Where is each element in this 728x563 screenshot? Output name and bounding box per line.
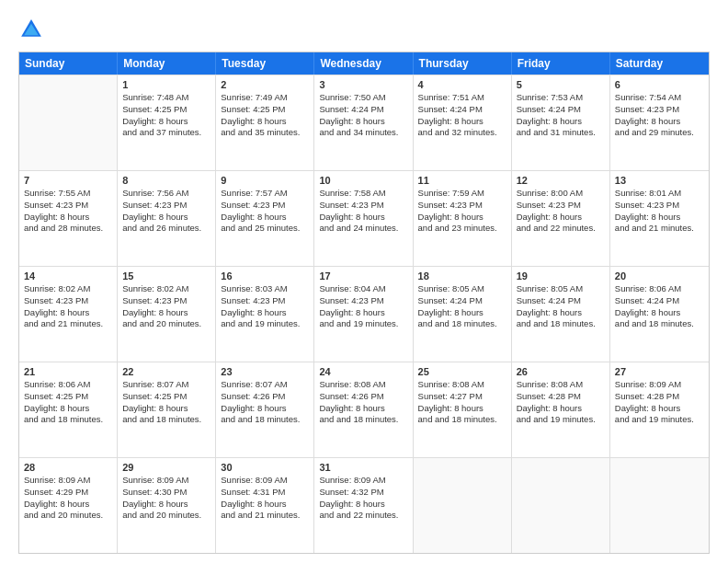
daylight-text-1: Daylight: 8 hours xyxy=(319,307,407,319)
daylight-text-2: and and 19 minutes. xyxy=(517,414,605,426)
sunrise-text: Sunrise: 8:06 AM xyxy=(24,379,112,391)
daylight-text-2: and and 21 minutes. xyxy=(615,223,704,235)
daylight-text-1: Daylight: 8 hours xyxy=(418,212,506,224)
daylight-text-2: and and 29 minutes. xyxy=(615,127,704,139)
header-day-wednesday: Wednesday xyxy=(314,52,413,75)
day-number: 8 xyxy=(122,175,210,186)
sunrise-text: Sunrise: 8:04 AM xyxy=(319,283,407,295)
daylight-text-2: and and 28 minutes. xyxy=(24,223,112,235)
daylight-text-1: Daylight: 8 hours xyxy=(221,116,309,128)
sunset-text: Sunset: 4:30 PM xyxy=(122,487,210,499)
day-number: 30 xyxy=(221,462,309,473)
sunrise-text: Sunrise: 8:09 AM xyxy=(319,475,407,487)
day-cell-19: 19Sunrise: 8:05 AMSunset: 4:24 PMDayligh… xyxy=(512,267,610,362)
sunset-text: Sunset: 4:23 PM xyxy=(24,295,112,307)
sunrise-text: Sunrise: 7:53 AM xyxy=(517,92,605,104)
sunrise-text: Sunrise: 7:57 AM xyxy=(221,188,309,200)
sunset-text: Sunset: 4:24 PM xyxy=(517,295,605,307)
daylight-text-2: and and 21 minutes. xyxy=(24,318,112,330)
day-number: 22 xyxy=(122,366,210,377)
daylight-text-1: Daylight: 8 hours xyxy=(517,116,605,128)
daylight-text-1: Daylight: 8 hours xyxy=(221,212,309,224)
sunrise-text: Sunrise: 8:09 AM xyxy=(221,475,309,487)
sunrise-text: Sunrise: 7:55 AM xyxy=(24,188,112,200)
daylight-text-1: Daylight: 8 hours xyxy=(517,212,605,224)
calendar-header: SundayMondayTuesdayWednesdayThursdayFrid… xyxy=(19,52,709,75)
sunrise-text: Sunrise: 8:01 AM xyxy=(615,188,704,200)
day-number: 13 xyxy=(615,175,704,186)
day-number: 6 xyxy=(615,79,704,90)
daylight-text-1: Daylight: 8 hours xyxy=(319,499,407,511)
daylight-text-2: and and 19 minutes. xyxy=(615,414,704,426)
page: SundayMondayTuesdayWednesdayThursdayFrid… xyxy=(0,0,728,563)
daylight-text-1: Daylight: 8 hours xyxy=(615,116,704,128)
daylight-text-1: Daylight: 8 hours xyxy=(122,116,210,128)
day-cell-21: 21Sunrise: 8:06 AMSunset: 4:25 PMDayligh… xyxy=(19,362,118,457)
daylight-text-2: and and 19 minutes. xyxy=(319,318,407,330)
day-cell-7: 7Sunrise: 7:55 AMSunset: 4:23 PMDaylight… xyxy=(19,171,118,266)
day-number: 23 xyxy=(221,366,309,377)
daylight-text-1: Daylight: 8 hours xyxy=(615,307,704,319)
sunrise-text: Sunrise: 8:08 AM xyxy=(517,379,605,391)
daylight-text-1: Daylight: 8 hours xyxy=(319,212,407,224)
daylight-text-1: Daylight: 8 hours xyxy=(122,499,210,511)
sunrise-text: Sunrise: 8:06 AM xyxy=(615,283,704,295)
sunrise-text: Sunrise: 8:09 AM xyxy=(24,475,112,487)
sunset-text: Sunset: 4:25 PM xyxy=(221,104,309,116)
daylight-text-1: Daylight: 8 hours xyxy=(122,403,210,415)
day-cell-12: 12Sunrise: 8:00 AMSunset: 4:23 PMDayligh… xyxy=(512,171,610,266)
day-number: 16 xyxy=(221,270,309,282)
day-cell-22: 22Sunrise: 8:07 AMSunset: 4:25 PMDayligh… xyxy=(118,362,216,457)
daylight-text-1: Daylight: 8 hours xyxy=(517,403,605,415)
day-cell-27: 27Sunrise: 8:09 AMSunset: 4:28 PMDayligh… xyxy=(610,362,709,457)
sunset-text: Sunset: 4:23 PM xyxy=(418,200,506,212)
day-number: 28 xyxy=(24,462,112,473)
sunrise-text: Sunrise: 8:07 AM xyxy=(221,379,309,391)
daylight-text-2: and and 26 minutes. xyxy=(122,223,210,235)
day-number: 15 xyxy=(122,270,210,282)
daylight-text-2: and and 18 minutes. xyxy=(221,414,309,426)
sunrise-text: Sunrise: 8:03 AM xyxy=(221,283,309,295)
daylight-text-1: Daylight: 8 hours xyxy=(517,307,605,319)
sunset-text: Sunset: 4:23 PM xyxy=(319,200,407,212)
daylight-text-2: and and 18 minutes. xyxy=(418,318,506,330)
sunrise-text: Sunrise: 8:00 AM xyxy=(517,188,605,200)
day-number: 19 xyxy=(517,270,605,282)
sunset-text: Sunset: 4:31 PM xyxy=(221,487,309,499)
day-cell-24: 24Sunrise: 8:08 AMSunset: 4:26 PMDayligh… xyxy=(314,362,413,457)
day-cell-8: 8Sunrise: 7:56 AMSunset: 4:23 PMDaylight… xyxy=(118,171,216,266)
day-number: 12 xyxy=(517,175,605,186)
week-row-1: 1Sunrise: 7:48 AMSunset: 4:25 PMDaylight… xyxy=(19,75,709,170)
week-row-5: 28Sunrise: 8:09 AMSunset: 4:29 PMDayligh… xyxy=(19,457,709,553)
sunrise-text: Sunrise: 8:09 AM xyxy=(615,379,704,391)
day-cell-15: 15Sunrise: 8:02 AMSunset: 4:23 PMDayligh… xyxy=(118,267,216,362)
calendar-body: 1Sunrise: 7:48 AMSunset: 4:25 PMDaylight… xyxy=(19,75,709,553)
sunset-text: Sunset: 4:25 PM xyxy=(122,391,210,403)
daylight-text-1: Daylight: 8 hours xyxy=(24,499,112,511)
daylight-text-1: Daylight: 8 hours xyxy=(122,212,210,224)
daylight-text-2: and and 18 minutes. xyxy=(319,414,407,426)
daylight-text-2: and and 31 minutes. xyxy=(517,127,605,139)
sunrise-text: Sunrise: 7:54 AM xyxy=(615,92,704,104)
day-cell-2: 2Sunrise: 7:49 AMSunset: 4:25 PMDaylight… xyxy=(216,75,314,170)
day-cell-17: 17Sunrise: 8:04 AMSunset: 4:23 PMDayligh… xyxy=(314,267,413,362)
daylight-text-2: and and 22 minutes. xyxy=(517,223,605,235)
sunset-text: Sunset: 4:24 PM xyxy=(418,295,506,307)
day-number: 11 xyxy=(418,175,506,186)
day-cell-30: 30Sunrise: 8:09 AMSunset: 4:31 PMDayligh… xyxy=(216,458,314,553)
daylight-text-1: Daylight: 8 hours xyxy=(615,212,704,224)
daylight-text-1: Daylight: 8 hours xyxy=(319,403,407,415)
day-cell-31: 31Sunrise: 8:09 AMSunset: 4:32 PMDayligh… xyxy=(314,458,413,553)
day-number: 10 xyxy=(319,175,407,186)
day-cell-11: 11Sunrise: 7:59 AMSunset: 4:23 PMDayligh… xyxy=(414,171,512,266)
daylight-text-2: and and 34 minutes. xyxy=(319,127,407,139)
sunset-text: Sunset: 4:24 PM xyxy=(319,104,407,116)
day-number: 25 xyxy=(418,366,506,377)
day-cell-26: 26Sunrise: 8:08 AMSunset: 4:28 PMDayligh… xyxy=(512,362,610,457)
daylight-text-1: Daylight: 8 hours xyxy=(418,116,506,128)
sunrise-text: Sunrise: 8:08 AM xyxy=(319,379,407,391)
sunset-text: Sunset: 4:32 PM xyxy=(319,487,407,499)
day-number: 31 xyxy=(319,462,407,473)
daylight-text-1: Daylight: 8 hours xyxy=(418,403,506,415)
daylight-text-2: and and 18 minutes. xyxy=(24,414,112,426)
